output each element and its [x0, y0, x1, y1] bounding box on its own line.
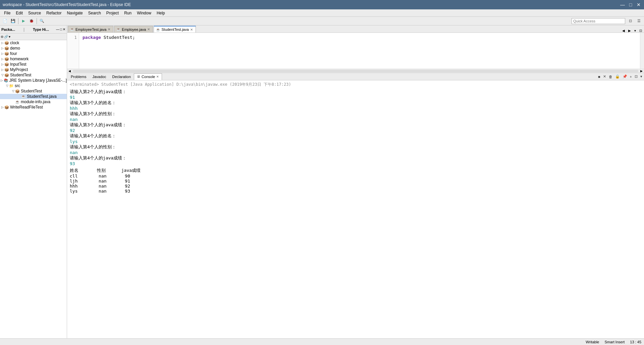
four-expand-icon[interactable]: ▷: [1, 52, 4, 55]
tab-problems[interactable]: Problems: [68, 73, 89, 80]
menu-source[interactable]: Source: [25, 10, 44, 16]
clock-package-icon: 📦: [4, 41, 9, 45]
sidebar-item-writereadfiletest[interactable]: ▷ 📦 WriteReadFileTest: [0, 105, 67, 110]
editor-main-area: ☕ EmployeeTest.java ✕ ☕ Employee.java ✕ …: [67, 25, 644, 338]
inputtest-package-icon: 📦: [4, 62, 9, 67]
console-clear-btn[interactable]: 🗑: [608, 74, 613, 79]
sidebar-item-demo[interactable]: ▷ 📦 demo: [0, 46, 67, 51]
inputtest-label: InputTest: [10, 62, 26, 67]
console-output[interactable]: <terminated> StudentTest [Java Applicati…: [67, 80, 644, 338]
sidebar-packa-tab[interactable]: Packa...: [1, 27, 15, 31]
sidebar-item-homework[interactable]: ▷ 📦 homework: [0, 56, 67, 62]
sidebar-minimize-btn[interactable]: —: [56, 27, 59, 31]
console-line-16: cll nan 90: [70, 174, 641, 179]
homework-expand-icon[interactable]: ▷: [1, 57, 4, 61]
console-remove-btn[interactable]: ✕: [602, 74, 607, 79]
window-title: workspace - StudentTest/src/StudentTest/…: [3, 2, 131, 7]
console-pin-btn[interactable]: 📌: [622, 74, 628, 79]
sidebar-typehi-tab[interactable]: Type Hi...: [33, 27, 49, 31]
clock-expand-icon[interactable]: ▷: [1, 41, 4, 45]
tab-javadoc-label: Javadoc: [92, 75, 106, 79]
editor-maximize-btn[interactable]: ⊡: [638, 29, 643, 32]
menu-project[interactable]: Project: [104, 10, 121, 16]
quick-access-input[interactable]: [572, 18, 625, 24]
sidebar-item-jre[interactable]: ▷ 📚 JRE System Library [JavaSE-...]: [0, 78, 67, 83]
myproject-expand-icon[interactable]: ▷: [1, 68, 4, 71]
sidebar-item-studenttest[interactable]: ▽ 📦 StudentTest: [0, 72, 67, 78]
studenttest-expand-icon[interactable]: ▽: [1, 73, 4, 77]
console-view-menu-btn[interactable]: ▾: [639, 74, 643, 79]
minimize-button[interactable]: —: [620, 2, 625, 7]
toolbar-save-btn[interactable]: 💾: [9, 17, 17, 25]
src-label: src: [15, 83, 20, 88]
studenttest-pkg-icon: 📦: [15, 89, 20, 93]
code-content[interactable]: package StudentTest;: [79, 33, 640, 69]
demo-expand-icon[interactable]: ▷: [1, 47, 4, 50]
menu-run[interactable]: Run: [121, 10, 134, 16]
toolbar-sep1: [18, 18, 18, 24]
sidebar-item-studenttest-java[interactable]: ▷ ☕ StudentTest.java: [0, 94, 67, 99]
sidebar-item-clock[interactable]: ▷ 📦 clock: [0, 40, 67, 46]
maximize-button[interactable]: □: [628, 2, 633, 7]
code-editor[interactable]: 1 package StudentTest;: [67, 33, 644, 69]
console-terminate-btn[interactable]: ■: [597, 74, 601, 79]
console-new-btn[interactable]: +: [629, 74, 633, 79]
close-button[interactable]: ✕: [636, 2, 641, 7]
tab-studenttest[interactable]: ☕ StudentTest.java ✕: [154, 26, 196, 32]
quick-access-menu-btn[interactable]: ☰: [635, 17, 643, 25]
editor-scrollbar[interactable]: [640, 33, 644, 69]
sidebar-item-module-info[interactable]: ▷ ☕ module-info.java: [0, 99, 67, 105]
menu-navigate[interactable]: Navigate: [64, 10, 85, 16]
toolbar-sep2: [37, 18, 37, 24]
sidebar-link-editor-btn[interactable]: 🔗: [4, 35, 8, 39]
menu-edit[interactable]: Edit: [13, 10, 25, 16]
inputtest-expand-icon[interactable]: ▷: [1, 63, 4, 66]
tab-employee-close[interactable]: ✕: [147, 27, 150, 31]
sidebar-view-menu-btn[interactable]: ▾: [9, 35, 10, 39]
sidebar-close-btn[interactable]: ✕: [63, 27, 65, 31]
tab-employeetest[interactable]: ☕ EmployeeTest.java ✕: [68, 26, 113, 32]
hscroll-right[interactable]: ▶: [639, 69, 644, 73]
tab-javadoc[interactable]: Javadoc: [89, 73, 109, 80]
writereadfiletest-expand-icon[interactable]: ▷: [1, 106, 4, 109]
src-expand-icon[interactable]: ▽: [6, 84, 8, 87]
console-line-18: hhh nan 92: [70, 184, 641, 189]
tab-console[interactable]: 🖥 Console ✕: [134, 73, 162, 80]
studenttest-java-label: StudentTest.java: [27, 94, 57, 99]
toolbar-search-btn[interactable]: 🔍: [38, 17, 46, 25]
toolbar-debug-btn[interactable]: 🐞: [28, 17, 35, 25]
sidebar-collapse-all-btn[interactable]: ⊖: [1, 35, 3, 39]
sidebar-maximize-btn[interactable]: □: [60, 27, 62, 31]
console-scroll-lock-btn[interactable]: 🔒: [614, 74, 621, 79]
sidebar-header-buttons: — □ ✕: [56, 27, 65, 31]
sidebar-item-src[interactable]: ▽ 📁 src: [0, 83, 67, 88]
jre-expand-icon[interactable]: ▷: [1, 79, 3, 82]
console-maximize-btn[interactable]: ⊡: [634, 74, 639, 79]
toolbar-new-btn[interactable]: 📄: [1, 17, 9, 25]
four-package-icon: 📦: [4, 52, 9, 56]
sidebar-item-inputtest[interactable]: ▷ 📦 InputTest: [0, 62, 67, 67]
hscroll-left[interactable]: ◀: [67, 69, 72, 73]
sidebar-item-myproject[interactable]: ▷ 📦 MyProject: [0, 67, 67, 72]
menu-help[interactable]: Help: [154, 10, 168, 16]
menu-refactor[interactable]: Refactor: [44, 10, 64, 16]
tab-scroll-right[interactable]: ▶: [627, 29, 632, 32]
tab-studenttest-close[interactable]: ✕: [190, 28, 193, 31]
menu-search[interactable]: Search: [86, 10, 104, 16]
studenttest-pkg-expand-icon[interactable]: ▽: [12, 89, 14, 93]
console-toolbar-btns: ■ ✕ 🗑 🔒 📌 + ⊡ ▾: [597, 74, 643, 79]
tab-employee[interactable]: ☕ Employee.java ✕: [114, 26, 153, 32]
menu-window[interactable]: Window: [134, 10, 154, 16]
sidebar-item-four[interactable]: ▷ 📦 four: [0, 51, 67, 56]
tab-menu-btn[interactable]: ▾: [633, 29, 637, 32]
editor-hscroll[interactable]: ◀ ▶: [67, 69, 644, 73]
quick-access-maximize-btn[interactable]: ⊡: [627, 17, 634, 25]
tab-declaration[interactable]: Declaration: [109, 73, 134, 80]
homework-label: homework: [10, 57, 29, 61]
tab-employeetest-close[interactable]: ✕: [108, 27, 110, 31]
tab-scroll-left[interactable]: ◀: [621, 29, 626, 32]
toolbar-run-btn[interactable]: ▶: [20, 17, 27, 25]
sidebar-item-studenttest-pkg[interactable]: ▽ 📦 StudentTest: [0, 88, 67, 94]
code-package-name: StudentTest;: [104, 35, 135, 40]
menu-file[interactable]: File: [1, 10, 13, 16]
